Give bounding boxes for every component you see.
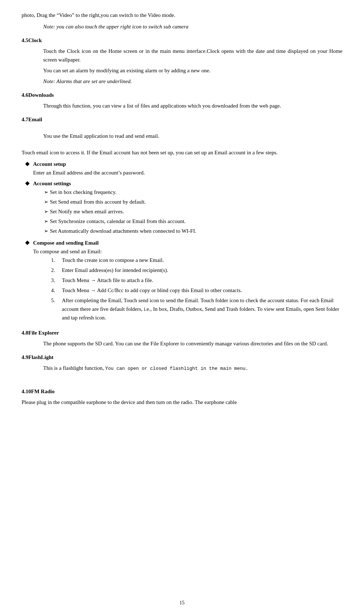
- bullet-compose-email: ◆ Compose and sending Email To compose a…: [25, 239, 342, 323]
- section-46-para1: Through this function, you can view a li…: [43, 101, 342, 110]
- section-46-heading: 4.6Downloads: [22, 91, 342, 99]
- section-47: 4.7Email You use the Email application t…: [22, 115, 342, 323]
- section-48-para1: The phone supports the SD card. You can …: [43, 339, 342, 348]
- num-5: 5.: [51, 296, 62, 322]
- num-1-content: Touch the create icon to compose a new E…: [62, 256, 342, 264]
- section-45-heading: 4.5Clock: [22, 36, 342, 45]
- section-410-heading: 4.10FM Radio: [22, 387, 342, 396]
- sub-bullet-3: Set Notify me when email arrives.: [44, 207, 342, 216]
- section-49: 4.9FlashLight This is a flashlight funct…: [22, 353, 342, 373]
- bullet-account-settings: ◆ Account settings Set in box checking f…: [25, 179, 342, 236]
- bullet-diamond-icon-3: ◆: [25, 239, 29, 246]
- section-410-para1: Please plug in the compatible earphone t…: [22, 398, 342, 407]
- section-49-heading: 4.9FlashLight: [22, 353, 342, 362]
- bullet-diamond-icon-2: ◆: [25, 180, 29, 186]
- bullet-account-setup: ◆ Account setup Enter an Email address a…: [25, 160, 342, 177]
- bullet-compose-content: Compose and sending Email To compose and…: [33, 239, 342, 323]
- intro-line: photo, Drag the “Video” to the right,you…: [22, 11, 342, 19]
- num-2-content: Enter Email address(es) for intended rec…: [62, 266, 342, 274]
- num-4: 4.: [51, 286, 62, 295]
- numbered-item-5: 5. After completing the Email, Touch sen…: [51, 296, 342, 322]
- bullet-account-setup-content: Account setup Enter an Email address and…: [33, 160, 342, 177]
- numbered-item-3: 3. Touch Menu → Attach file to attach a …: [51, 276, 342, 285]
- flashlight-text-small: You can open or closed flashlight in the…: [105, 366, 248, 371]
- page-container: photo, Drag the “Video” to the right,you…: [0, 0, 364, 613]
- sub-bullet-4: Set Synchronize contacts, calendar or Em…: [44, 217, 342, 226]
- section-47-para2: Touch email icon to access it. If the Em…: [22, 148, 342, 157]
- bullet-compose-title: Compose and sending Email: [33, 240, 99, 246]
- numbered-item-4: 4. Touch Menu → Add Cc/Bcc to add copy o…: [51, 286, 342, 295]
- intro-note: Note: you can also touch the upper right…: [43, 22, 342, 31]
- numbered-item-1: 1. Touch the create icon to compose a ne…: [51, 256, 342, 264]
- numbered-item-2: 2. Enter Email address(es) for intended …: [51, 266, 342, 274]
- num-2: 2.: [51, 266, 62, 274]
- num-3: 3.: [51, 276, 62, 285]
- section-45: 4.5Clock Touch the Clock icon on the Hom…: [22, 36, 342, 86]
- section-45-para2: You can set an alarm by modifying an exi…: [43, 66, 342, 75]
- num-5-content: After completing the Email, Touch send i…: [62, 296, 342, 322]
- bullet-account-setup-title: Account setup: [33, 161, 66, 167]
- flashlight-text-normal: This is a flashlight function,: [43, 365, 104, 371]
- section-410: 4.10FM Radio Please plug in the compatib…: [22, 387, 342, 407]
- bullet-account-settings-title: Account settings: [33, 181, 71, 186]
- bullet-diamond-icon: ◆: [25, 160, 29, 167]
- sub-bullet-2: Set Send email from this account by defa…: [44, 197, 342, 206]
- sub-bullet-1: Set in box checking frequency.: [44, 188, 342, 196]
- section-46: 4.6Downloads Through this function, you …: [22, 91, 342, 110]
- sub-bullet-5: Set Automatically download attachments w…: [44, 227, 342, 235]
- bullet-compose-intro: To compose and send an Email:: [33, 249, 102, 254]
- section-45-note: Note: Alarms that are set are underlined…: [43, 77, 342, 86]
- bullet-account-setup-text: Enter an Email address and the account’s…: [33, 170, 145, 176]
- section-49-para1: This is a flashlight function, You can o…: [43, 364, 342, 373]
- num-4-content: Touch Menu → Add Cc/Bcc to add copy or b…: [62, 286, 342, 295]
- section-48: 4.8File Explorer The phone supports the …: [22, 328, 342, 348]
- section-47-para1: You use the Email application to read an…: [43, 132, 342, 140]
- section-47-heading: 4.7Email: [22, 115, 342, 124]
- page-number: 15: [0, 600, 364, 606]
- section-45-para1: Touch the Clock icon on the Home screen …: [43, 47, 342, 64]
- num-1: 1.: [51, 256, 62, 264]
- num-3-content: Touch Menu → Attach file to attach a fil…: [62, 276, 342, 285]
- bullet-account-settings-content: Account settings Set in box checking fre…: [33, 179, 342, 236]
- section-48-heading: 4.8File Explorer: [22, 328, 342, 337]
